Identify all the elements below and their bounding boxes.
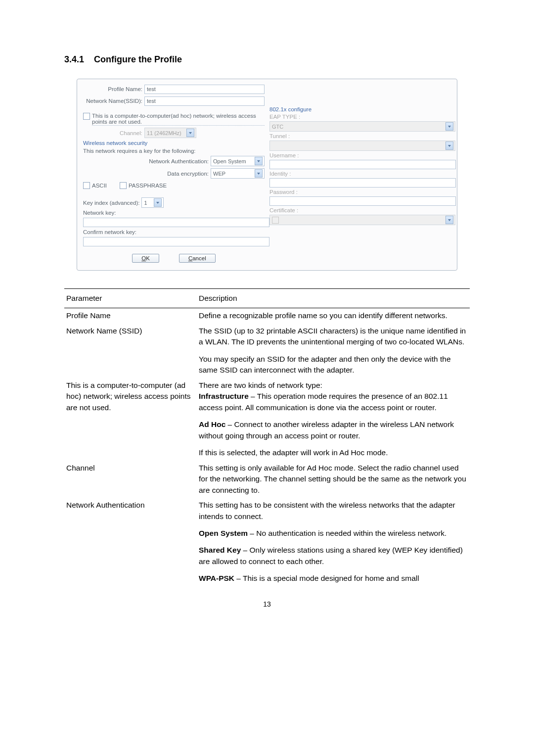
channel-select[interactable]: 11 (2462MHz)	[144, 128, 196, 138]
ascii-checkbox-label: ASCII	[92, 183, 107, 189]
chevron-down-icon	[186, 129, 194, 137]
parameter-table: Parameter Description Profile Name Defin…	[64, 288, 470, 586]
channel-select-value: 11 (2462MHz)	[147, 130, 181, 136]
passphrase-checkbox-label: PASSPHRASE	[129, 183, 167, 189]
table-row: This is a computer-to-computer (ad hoc) …	[64, 378, 470, 461]
param-cell: Channel	[64, 461, 197, 498]
table-row: Profile Name Define a recognizable profi…	[64, 308, 470, 324]
confirm-network-key-input[interactable]	[83, 237, 269, 246]
param-cell: This is a computer-to-computer (ad hoc) …	[64, 378, 197, 461]
network-auth-value: Open System	[213, 158, 246, 164]
username-label: Username :	[269, 152, 451, 158]
key-index-value: 1	[144, 200, 147, 206]
section-title-text: Configure the Profile	[94, 54, 182, 64]
8021x-configure-label: 802.1x configure	[269, 106, 451, 112]
requires-key-label: This network requires a key for the foll…	[83, 148, 265, 154]
passphrase-checkbox[interactable]	[120, 182, 127, 189]
network-key-label: Network key:	[83, 210, 265, 216]
eap-type-value: GTC	[272, 124, 283, 130]
desc-cell: This setting has to be consistent with t…	[197, 498, 470, 586]
chevron-down-icon	[154, 198, 162, 207]
desc-cell: The SSID (up to 32 printable ASCII chara…	[197, 324, 470, 378]
identity-input[interactable]	[269, 178, 456, 188]
page-number: 13	[64, 600, 470, 608]
desc-cell: Define a recognizable profile name so yo…	[197, 308, 470, 324]
section-heading: 3.4.1 Configure the Profile	[64, 54, 470, 65]
username-input[interactable]	[269, 160, 456, 169]
tunnel-select[interactable]	[269, 141, 455, 151]
ssid-label: Network Name(SSID):	[83, 98, 142, 104]
chevron-down-icon	[255, 169, 263, 178]
key-index-select[interactable]: 1	[141, 197, 164, 208]
chevron-down-icon	[445, 142, 453, 150]
chevron-down-icon	[445, 122, 453, 131]
key-index-label: Key index (advanced):	[83, 200, 139, 206]
network-auth-label: Network Authentication:	[149, 158, 209, 164]
data-encryption-value: WEP	[213, 171, 225, 177]
password-input[interactable]	[269, 196, 456, 206]
section-number: 3.4.1	[64, 54, 84, 64]
param-cell: Network Authentication	[64, 498, 197, 586]
table-header-parameter: Parameter	[64, 289, 197, 308]
confirm-network-key-label: Confirm network key:	[83, 229, 265, 235]
network-auth-select[interactable]: Open System	[211, 156, 265, 166]
desc-cell: This setting is only available for Ad Ho…	[197, 461, 470, 498]
tunnel-label: Tunnel :	[269, 133, 451, 139]
data-encryption-select[interactable]: WEP	[211, 168, 265, 179]
chevron-down-icon	[445, 216, 453, 224]
identity-label: Identity :	[269, 171, 451, 177]
ascii-checkbox[interactable]	[83, 182, 90, 189]
adhoc-checkbox-label: This is a computer-to-computer(ad hoc) n…	[92, 113, 265, 126]
eap-type-label: EAP TYPE :	[269, 114, 451, 120]
profile-name-label: Profile Name:	[83, 86, 142, 92]
table-row: Channel This setting is only available f…	[64, 461, 470, 498]
param-cell: Network Name (SSID)	[64, 324, 197, 378]
password-label: Password :	[269, 189, 451, 195]
table-row: Network Name (SSID) The SSID (up to 32 p…	[64, 324, 470, 378]
certificate-checkbox	[272, 217, 279, 224]
eap-type-select[interactable]: GTC	[269, 121, 455, 132]
ssid-input[interactable]	[144, 96, 265, 106]
chevron-down-icon	[255, 157, 263, 165]
data-encryption-label: Data encryption:	[167, 171, 209, 177]
table-header-description: Description	[197, 289, 470, 308]
channel-label: Channel:	[83, 130, 142, 136]
network-key-input[interactable]	[83, 218, 269, 227]
ok-button[interactable]: OK	[132, 254, 159, 263]
profile-dialog: Profile Name: Network Name(SSID): This i…	[77, 79, 457, 271]
profile-name-input[interactable]	[144, 85, 265, 94]
certificate-label: Certificate :	[269, 207, 451, 213]
desc-cell: There are two kinds of network type: Inf…	[197, 378, 470, 461]
certificate-select[interactable]	[269, 215, 455, 225]
table-row: Network Authentication This setting has …	[64, 498, 470, 586]
param-cell: Profile Name	[64, 308, 197, 324]
wireless-network-security-label: Wireless network security	[83, 140, 265, 146]
adhoc-checkbox[interactable]	[83, 113, 90, 120]
cancel-button[interactable]: Cancel	[179, 254, 216, 263]
